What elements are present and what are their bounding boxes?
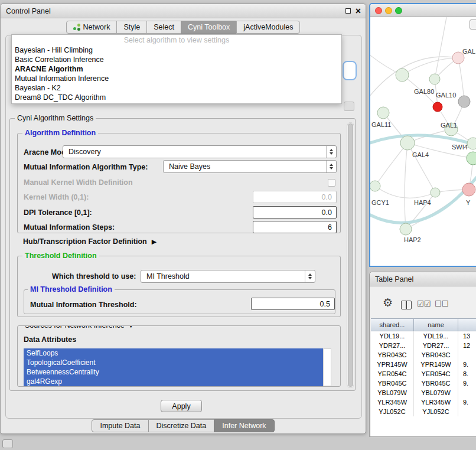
algorithm-option-aracne-algorithm[interactable]: ARACNE Algorithm — [12, 64, 341, 74]
mi-threshold-field[interactable] — [251, 298, 335, 310]
algorithm-option-bayesian-k2[interactable]: Bayesian - K2 — [12, 83, 341, 93]
network-node[interactable] — [377, 107, 389, 119]
float-window-icon[interactable] — [345, 8, 351, 14]
tab-select[interactable]: Select — [146, 21, 181, 34]
settings-scrollbar[interactable] — [347, 122, 354, 388]
network-node[interactable] — [429, 74, 440, 84]
tab-discretize-data[interactable]: Discretize Data — [148, 419, 215, 432]
network-edge[interactable] — [458, 58, 464, 102]
sources-title-text: Sources for Network Inference — [25, 325, 125, 330]
network-window-titlebar[interactable] — [370, 4, 476, 17]
network-node[interactable] — [462, 183, 475, 196]
mi-steps-field[interactable] — [253, 221, 337, 233]
dpi-tolerance-field[interactable] — [253, 206, 337, 219]
network-node[interactable] — [400, 136, 415, 150]
network-node[interactable] — [458, 96, 470, 107]
data-attribute-selfloops[interactable]: SelfLoops — [24, 348, 323, 358]
mi-algorithm-type-combo[interactable]: Naive Bayes — [163, 160, 337, 173]
column-header-name[interactable]: name — [414, 319, 458, 331]
deselect-all-columns-icon[interactable]: ☐☐ — [435, 300, 448, 308]
network-canvas[interactable]: GALGAL80GAL10GAL11GAL1SWI4GAL4GCY1HAP4YH… — [370, 17, 476, 265]
gear-icon[interactable]: ⚙ — [383, 297, 393, 308]
tab-impute-data[interactable]: Impute Data — [92, 419, 148, 432]
algorithm-definition-title: Algorithm Definition — [22, 129, 98, 138]
select-all-columns-icon[interactable]: ☑☑ — [417, 300, 431, 308]
node-table: shared...name YDL19...YDL19...13YDR27...… — [371, 318, 476, 436]
tab-style[interactable]: Style — [116, 21, 147, 34]
collapse-down-icon[interactable]: ▼ — [128, 325, 134, 329]
table-row[interactable]: YLR345WYLR345W9. — [371, 397, 476, 407]
table-panel-title: Table Panel — [375, 275, 413, 283]
network-node[interactable] — [431, 188, 440, 197]
manual-kernel-width-checkbox[interactable] — [328, 179, 335, 187]
apply-button[interactable]: Apply — [161, 400, 202, 412]
tab-network[interactable]: Network — [66, 21, 118, 34]
table-cell: YBR045C — [414, 379, 458, 388]
manual-kernel-width-label: Manual Kernel Width Definition — [24, 178, 133, 187]
network-edge[interactable] — [435, 17, 447, 79]
zoom-traffic-light[interactable] — [395, 7, 402, 14]
network-edge[interactable] — [375, 186, 435, 198]
column-header-shared[interactable]: shared... — [371, 319, 414, 331]
network-tool-fragment[interactable] — [470, 19, 476, 30]
minimize-traffic-light[interactable] — [385, 7, 392, 14]
column-header-2[interactable] — [458, 319, 476, 331]
network-graph[interactable]: GALGAL80GAL10GAL11GAL1SWI4GAL4GCY1HAP4YH… — [370, 17, 476, 265]
node-label-gal80: GAL80 — [414, 88, 434, 95]
network-node[interactable] — [396, 69, 409, 81]
algorithm-option-mutual-information-inference[interactable]: Mutual Information Inference — [12, 74, 341, 83]
table-cell — [458, 388, 476, 397]
table-row[interactable]: YDR27...YDR27...12 — [371, 341, 476, 350]
table-row[interactable]: YBR045CYBR045C9. — [371, 379, 476, 388]
network-node[interactable] — [433, 102, 442, 112]
node-label-gal11: GAL11 — [371, 121, 391, 128]
which-threshold-combo[interactable]: MI Threshold — [141, 270, 315, 283]
algorithm-option-bayesian-hill-climbing[interactable]: Bayesian - Hill Climbing — [12, 45, 341, 55]
control-panel-titlebar[interactable]: Control Panel × — [1, 4, 366, 18]
minimized-panel-icon[interactable] — [2, 439, 13, 448]
network-node[interactable] — [467, 152, 476, 165]
kernel-width-field[interactable] — [253, 191, 337, 203]
table-panel-titlebar[interactable]: Table Panel — [370, 272, 476, 286]
tab-infer-network[interactable]: Infer Network — [214, 419, 274, 432]
dropdown-placeholder: Select algorithm to view settings — [12, 35, 341, 45]
window-title: Control Panel — [6, 7, 51, 15]
data-attribute-gal4rgexp[interactable]: gal4RGexp — [24, 377, 323, 386]
table-row[interactable]: YER054CYER054C8. — [371, 369, 476, 379]
tab-cyni-toolbox[interactable]: Cyni Toolbox — [181, 21, 237, 34]
data-attribute-topologicalcoefficient[interactable]: TopologicalCoefficient — [24, 358, 323, 367]
algorithm-dropdown-popup: Select algorithm to view settings Bayesi… — [11, 34, 342, 104]
panel-button-fragment[interactable] — [344, 102, 354, 111]
search-box-fragment[interactable] — [343, 61, 357, 80]
network-edge[interactable] — [405, 143, 407, 229]
cyni-algorithm-settings-group: Cyni Algorithm Settings Algorithm Defini… — [9, 118, 356, 391]
hub-definition-toggle[interactable]: Hub/Transcription Factor Definition ▶ — [23, 237, 157, 246]
scrollbar-thumb[interactable] — [348, 123, 353, 387]
settings-group-title: Cyni Algorithm Settings — [15, 114, 96, 123]
close-traffic-light[interactable] — [375, 7, 382, 14]
attributes-scrollbar[interactable] — [323, 348, 331, 386]
table-cell: 9. — [458, 379, 476, 388]
network-edge[interactable] — [370, 166, 476, 223]
close-window-icon[interactable]: × — [356, 6, 361, 16]
columns-icon[interactable] — [401, 301, 412, 309]
network-edge[interactable] — [407, 143, 435, 193]
table-row[interactable]: YBR043CYBR043C — [371, 350, 476, 360]
tab-jactivemodules[interactable]: jActiveModules — [236, 21, 300, 34]
network-node[interactable] — [370, 181, 380, 191]
data-attribute-betweennesscentrality[interactable]: BetweennessCentrality — [24, 367, 323, 377]
table-cell: YLR345W — [414, 397, 458, 407]
table-row[interactable]: YPR145WYPR145W9. — [371, 360, 476, 369]
table-row[interactable]: YDL19...YDL19...13 — [371, 331, 476, 341]
table-row[interactable]: YBL079WYBL079W — [371, 388, 476, 397]
algorithm-option-dream8-dc-tdc-algorithm[interactable]: Dream8 DC_TDC Algorithm — [12, 93, 341, 102]
algorithm-option-basic-correlation-inference[interactable]: Basic Correlation Inference — [12, 55, 341, 64]
table-row[interactable]: YJL052CYJL052C — [371, 407, 476, 416]
tab-label: Network — [83, 23, 110, 31]
network-node[interactable] — [400, 223, 412, 235]
node-label-gcy1: GCY1 — [371, 199, 389, 206]
network-edge[interactable] — [402, 58, 458, 75]
aracne-mode-combo[interactable]: Discovery — [63, 145, 337, 158]
network-edge[interactable] — [375, 143, 407, 186]
network-node[interactable] — [467, 138, 476, 149]
